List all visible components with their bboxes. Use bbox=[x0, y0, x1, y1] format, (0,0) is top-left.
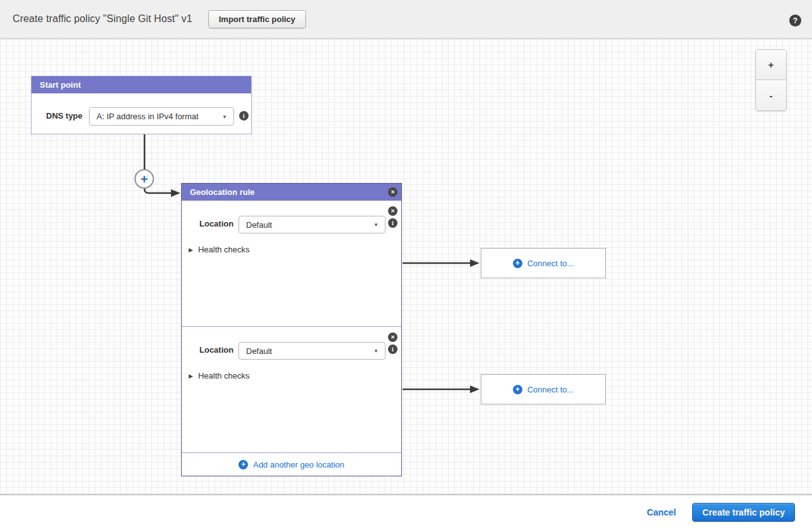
start-point-title: Start point bbox=[32, 76, 251, 93]
zoom-out-button[interactable]: - bbox=[756, 80, 786, 110]
cancel-button[interactable]: Cancel bbox=[647, 507, 676, 517]
geo-location-section-1: ✕ Location Default ▼ i ▶ Health checks bbox=[182, 201, 401, 327]
zoom-in-button[interactable]: + bbox=[756, 50, 786, 80]
dns-type-select[interactable]: A: IP address in IPv4 format ▼ bbox=[89, 107, 234, 126]
zoom-controls: + - bbox=[755, 49, 787, 111]
plus-icon: + bbox=[513, 259, 522, 268]
location-2-label: Location bbox=[199, 345, 233, 355]
expander-collapsed-icon: ▶ bbox=[189, 247, 193, 253]
location-2-select[interactable]: Default ▼ bbox=[238, 342, 385, 360]
geolocation-rule-box: Geolocation rule ✕ ✕ Location Default ▼ … bbox=[181, 183, 402, 476]
geolocation-rule-footer: + Add another geo location bbox=[182, 453, 401, 476]
expander-collapsed-icon: ▶ bbox=[189, 373, 193, 379]
plus-icon: + bbox=[238, 460, 248, 469]
location-1-close-button[interactable]: ✕ bbox=[388, 206, 397, 216]
health-checks-1-toggle[interactable]: ▶ Health checks bbox=[189, 245, 250, 254]
connect-to-button-2[interactable]: + Connect to... bbox=[481, 374, 606, 404]
connect-to-1-label: Connect to... bbox=[527, 259, 574, 268]
dns-type-info-icon[interactable]: i bbox=[239, 111, 249, 121]
location-1-info-icon[interactable]: i bbox=[388, 218, 397, 228]
connect-to-button-1[interactable]: + Connect to... bbox=[481, 248, 606, 278]
location-1-select[interactable]: Default ▼ bbox=[238, 216, 385, 233]
dns-type-label: DNS type bbox=[46, 111, 83, 121]
create-traffic-policy-button[interactable]: Create traffic policy bbox=[692, 503, 795, 522]
action-bar: Cancel Create traffic policy bbox=[0, 495, 812, 529]
location-2-close-button[interactable]: ✕ bbox=[388, 333, 397, 342]
header-bar: Create traffic policy "Single Git Host" … bbox=[0, 0, 812, 39]
location-2-value: Default bbox=[246, 346, 272, 356]
connector-plus-button[interactable]: + bbox=[134, 169, 154, 189]
location-1-value: Default bbox=[246, 220, 272, 230]
health-checks-2-toggle[interactable]: ▶ Health checks bbox=[189, 371, 250, 380]
chevron-down-icon: ▼ bbox=[374, 348, 379, 354]
geolocation-rule-header: Geolocation rule ✕ bbox=[182, 184, 401, 201]
geolocation-rule-close-button[interactable]: ✕ bbox=[388, 187, 397, 197]
location-2-info-icon[interactable]: i bbox=[388, 344, 397, 354]
health-checks-2-label: Health checks bbox=[198, 371, 250, 380]
geolocation-rule-title: Geolocation rule bbox=[190, 187, 255, 197]
chevron-down-icon: ▼ bbox=[222, 114, 227, 119]
add-another-geo-location-link[interactable]: + Add another geo location bbox=[238, 460, 344, 469]
start-point-box: Start point DNS type A: IP address in IP… bbox=[31, 76, 252, 134]
page-title: Create traffic policy "Single Git Host" … bbox=[13, 13, 192, 25]
geo-location-section-2: ✕ Location Default ▼ i ▶ Health checks bbox=[182, 327, 401, 453]
location-1-label: Location bbox=[199, 219, 233, 228]
chevron-down-icon: ▼ bbox=[374, 222, 379, 228]
import-traffic-policy-button[interactable]: Import traffic policy bbox=[208, 10, 306, 28]
traffic-policy-canvas: + - Start point DNS type A: IP address i… bbox=[0, 39, 812, 495]
plus-icon: + bbox=[513, 385, 522, 394]
dns-type-value: A: IP address in IPv4 format bbox=[97, 112, 199, 121]
help-icon[interactable]: ? bbox=[789, 15, 801, 26]
connect-to-2-label: Connect to... bbox=[527, 385, 574, 394]
add-geo-location-label: Add another geo location bbox=[253, 460, 344, 469]
health-checks-1-label: Health checks bbox=[198, 245, 250, 254]
